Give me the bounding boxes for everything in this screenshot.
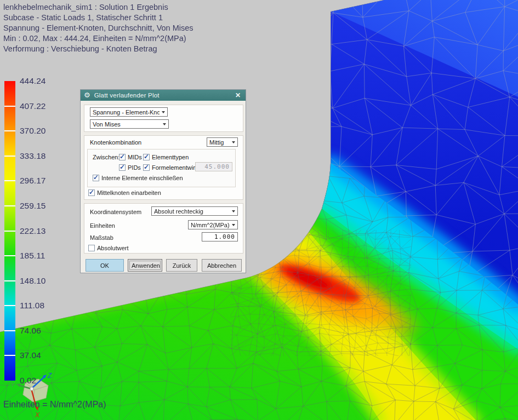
- pids-label: PIDs: [128, 164, 141, 171]
- legend-value: 222.13: [20, 226, 58, 236]
- formelementwinkel-input[interactable]: [195, 162, 232, 171]
- checkbox-absolutwert[interactable]: [88, 245, 95, 251]
- header-line: Verformung : Verschiebung - Knoten Betra…: [3, 44, 157, 53]
- checkbox-mids[interactable]: [119, 154, 126, 160]
- header-line: Spannung - Element-Knoten, Durchschnitt,…: [3, 24, 193, 32]
- checkbox-pids[interactable]: [119, 164, 126, 171]
- legend-tick: [4, 156, 15, 157]
- component-combo[interactable]: Von Mises: [90, 119, 169, 129]
- anwenden-button[interactable]: Anwenden: [128, 259, 162, 272]
- close-icon[interactable]: ✕: [234, 91, 242, 99]
- chevron-down-icon: [232, 224, 235, 226]
- massstab-label: Maßstab: [90, 234, 113, 241]
- zurueck-button[interactable]: Zurück: [166, 259, 197, 272]
- checkbox-elementtypen[interactable]: [143, 154, 150, 160]
- legend-tick: [4, 305, 15, 306]
- koordinatensystem-label: Koordinatensystem: [90, 209, 141, 215]
- legend-tick: [4, 180, 15, 181]
- legend-value: 185.11: [20, 251, 58, 261]
- triad-y-label: Y: [10, 381, 15, 389]
- mittelknoten-label: Mittelknoten einarbeiten: [97, 189, 161, 196]
- chevron-down-icon: [163, 123, 166, 125]
- legend-value: 111.08: [20, 301, 58, 310]
- legend-value: 296.17: [20, 176, 58, 186]
- absolutwert-label: Absolutwert: [97, 245, 128, 251]
- dialog-titlebar[interactable]: ⚙ Glatt verlaufender Plot ✕: [81, 90, 246, 101]
- legend-value: 0.02: [20, 376, 58, 386]
- dialog-title: Glatt verlaufender Plot: [94, 92, 234, 99]
- chevron-down-icon: [232, 210, 235, 212]
- legend-tick: [4, 231, 15, 232]
- smooth-plot-dialog: ⚙ Glatt verlaufender Plot ✕ Spannung - E…: [80, 89, 246, 273]
- viewport-3d[interactable]: Z Y X: [0, 0, 518, 420]
- einheiten-label: Einheiten: [90, 222, 115, 229]
- stress-colorbar: [4, 81, 15, 381]
- legend-value: 37.04: [20, 350, 58, 360]
- legend-tick: [4, 280, 15, 281]
- einheiten-combo[interactable]: N/mm^2(MPa): [188, 220, 238, 229]
- gear-icon: ⚙: [84, 90, 90, 101]
- chevron-down-icon: [162, 111, 165, 113]
- legend-value: 148.10: [20, 276, 58, 286]
- legend-value: 333.18: [20, 151, 58, 161]
- koordinatensystem-combo[interactable]: Absolut rechteckig: [151, 206, 238, 216]
- chevron-down-icon: [232, 141, 235, 143]
- legend-tick: [4, 255, 15, 256]
- fea-model: [0, 0, 518, 420]
- unit-note: Einheiten = N/mm^2(MPa): [3, 400, 106, 410]
- knotenkombination-combo[interactable]: Mittig: [207, 137, 238, 147]
- checkbox-interne-elemente[interactable]: [93, 175, 99, 181]
- legend-tick: [4, 106, 15, 107]
- abbrechen-button[interactable]: Abbrechen: [202, 259, 242, 272]
- zwischen-label: Zwischen:: [93, 154, 120, 160]
- legend-tick: [4, 330, 15, 331]
- mids-label: MIDs: [128, 154, 142, 160]
- triad-x-label: X: [35, 411, 40, 419]
- knotenkombination-label: Knotenkombination: [90, 139, 141, 146]
- header-line: Min : 0.02, Max : 444.24, Einheiten = N/…: [3, 34, 186, 43]
- ok-button[interactable]: OK: [86, 259, 124, 272]
- header-line: lenkhebelmechanik_sim1 : Solution 1 Erge…: [3, 3, 168, 11]
- legend-value: 407.22: [20, 101, 58, 111]
- elementtypen-label: Elementtypen: [152, 154, 189, 160]
- legend-value: 370.20: [20, 126, 58, 136]
- legend-tick: [4, 355, 15, 356]
- legend-tick: [4, 130, 15, 131]
- legend-value: 74.06: [20, 326, 58, 336]
- result-header: lenkhebelmechanik_sim1 : Solution 1 Erge…: [3, 2, 193, 54]
- result-combo[interactable]: Spannung - Element-Knoten: [90, 107, 168, 117]
- legend-value: 444.24: [20, 76, 58, 86]
- legend-tick: [4, 205, 15, 206]
- massstab-input[interactable]: [202, 232, 238, 241]
- header-line: Subcase - Static Loads 1, Statischer Sch…: [3, 13, 163, 22]
- checkbox-formelementwinkel[interactable]: [143, 164, 150, 171]
- legend-value: 259.15: [20, 201, 58, 211]
- interne-elemente-label: Interne Elemente einschließen: [101, 175, 183, 181]
- checkbox-mittelknoten[interactable]: [88, 189, 95, 196]
